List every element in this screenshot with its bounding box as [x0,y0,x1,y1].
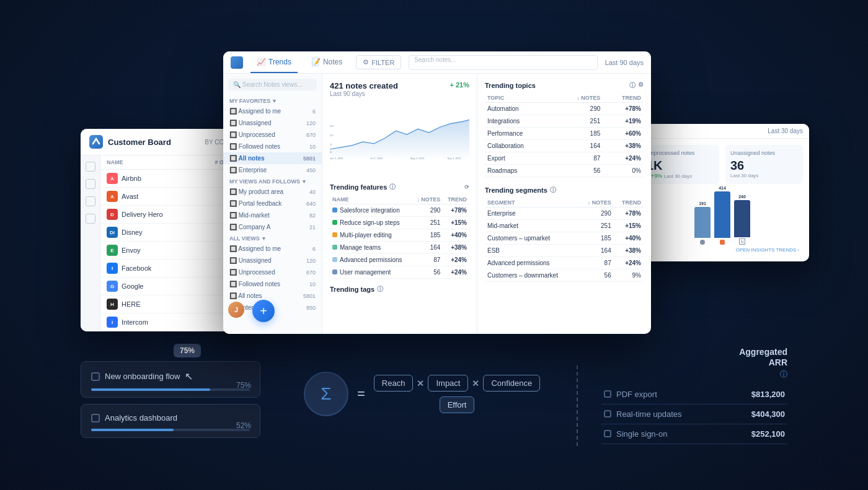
trending-segments-title: Trending segments ⓘ [485,186,644,195]
trending-tags-section: Trending tags ⓘ [330,285,469,294]
trending-segments-section: Trending segments ⓘ SEGMENT ↓ NOTES TREN… [485,186,644,282]
table-row[interactable]: ESB 164 +38% [485,245,644,257]
tab-trends[interactable]: 📈 Trends [250,51,298,73]
filter-icon: ⚙ [363,58,369,66]
table-row[interactable]: Collaboration 164 +38% [485,140,644,152]
notes-search-input[interactable]: Search notes... [409,55,597,70]
unassigned-notes-card: Unassigned notes 36 Last 30 days [725,145,803,184]
card-checkbox[interactable] [91,414,100,422]
segment-name: Mid-market [485,220,578,232]
bar-group-3: 240 N [734,195,750,245]
sidebar-item-enterprise-fav[interactable]: 🔲 Enterprise450 [223,164,322,176]
table-row[interactable]: Multi-player editing 185 +40% [330,229,469,242]
trending-topics-title: Trending topics ⓘ ⚙ [485,81,644,90]
chart-link-row: OPEN INSIGHTS TRENDS › [642,247,803,255]
table-row[interactable]: Customers – downmarket 56 9% [485,269,644,282]
feature-trend: +38% [443,242,469,254]
col-name: NAME [330,195,412,204]
chart-title: 421 notes created [330,81,398,90]
sidebar-item-all-unprocessed[interactable]: 🔲 Unprocessed670 [223,266,322,278]
sidebar-item-all-assigned[interactable]: 🔲 Assigned to me6 [223,243,322,255]
table-row[interactable]: Advanced permissions 87 +24% [485,257,644,269]
app-logo [89,135,103,149]
arr-row-label: Single sign-on [601,424,728,444]
table-row[interactable]: Mid-market 251 +15% [485,220,644,232]
tab-notes[interactable]: 📝 Notes [305,51,348,73]
col-topic: TOPIC [485,94,555,103]
table-row[interactable]: Performance 185 +60% [485,128,644,140]
col-trend: TREND [603,94,644,103]
svg-text:Jul 1, 2021: Jul 1, 2021 [370,157,383,160]
tag-confidence[interactable]: Confidence [483,375,540,392]
nav-icon-2[interactable] [86,179,95,189]
arr-divider [577,365,578,446]
right-window-topbar: Last 30 days [636,124,809,139]
info-button[interactable]: ⓘ [629,81,636,90]
sidebar-item-followed[interactable]: 🔲 Followed notes10 [223,141,322,152]
progress-bar-bg [91,388,250,391]
arr-row: PDF export $813,200 [601,385,787,405]
segment-notes: 290 [578,208,614,220]
col-trend: TREND [614,198,644,208]
feature-trend: +78% [443,204,469,217]
refresh-icon[interactable]: ⟳ [464,184,469,190]
trends-icon: 📈 [257,58,266,66]
sidebar-item-all-allnotes[interactable]: 🔲 All notes5801 [223,290,322,302]
segment-notes: 185 [578,232,614,245]
unprocessed-value: 1K [647,159,714,173]
topic-notes: 251 [555,115,603,128]
company-icon: A [107,173,118,184]
sidebar-item-all-unassigned[interactable]: 🔲 Unassigned120 [223,255,322,266]
table-row[interactable]: Customers – upmarket 185 +40% [485,232,644,245]
remove-impact[interactable]: ✕ [472,378,479,388]
sidebar-item-all-followed[interactable]: 🔲 Followed notes10 [223,278,322,290]
table-row[interactable]: Automation 290 +78% [485,103,644,115]
fab-button[interactable]: + [252,300,275,322]
table-row[interactable]: Reduce sign-up steps 251 +15% [330,217,469,229]
tag-impact[interactable]: Impact [428,375,468,392]
nav-icon-4[interactable] [86,214,95,224]
unprocessed-change: ↑ +9% Last 30 days [647,173,714,179]
sidebar-item-company-a[interactable]: 🔲 Company A21 [223,221,322,233]
table-row[interactable]: Integrations 251 +19% [485,115,644,128]
remove-reach[interactable]: ✕ [417,378,424,388]
sidebar-search[interactable]: 🔍 Search Notes views... [228,79,317,90]
cursor-icon: ↖ [185,370,193,382]
sidebar-item-mid-market[interactable]: 🔲 Mid-market82 [223,209,322,221]
arr-header: AggregatedARR ⓘ [601,347,787,380]
table-row[interactable]: Manage teams 164 +38% [330,242,469,254]
nav-icon-3[interactable] [86,196,95,206]
progress-tooltip: 75% [174,344,201,357]
formula-bottom-row: Effort [374,396,540,413]
trending-features-title: Trending features ⓘ ⟳ [330,183,469,191]
sidebar-item-unassigned[interactable]: 🔲 Unassigned120 [223,117,322,129]
nav-icon-1[interactable] [86,162,95,172]
segment-trend: 9% [614,269,644,282]
open-insights-link[interactable]: OPEN INSIGHTS TRENDS [736,247,797,253]
svg-text:160: 160 [330,125,334,128]
settings-button[interactable]: ⚙ [638,81,644,90]
sidebar-item-assigned[interactable]: 🔲 Assigned to me6 [223,105,322,117]
bar-icon-2 [720,240,725,245]
chart-subtitle: Last 90 days [330,90,398,97]
sidebar-item-unprocessed[interactable]: 🔲 Unprocessed670 [223,129,322,141]
segment-notes: 251 [578,220,614,232]
tag-reach[interactable]: Reach [374,375,414,392]
arr-row-value: $813,200 [728,385,787,405]
tag-effort[interactable]: Effort [440,396,475,413]
table-row[interactable]: Export 87 +24% [485,152,644,165]
table-row[interactable]: Roadmaps 56 0% [485,165,644,177]
sidebar-item-product-area[interactable]: 🔲 My product area40 [223,186,322,198]
table-row[interactable]: Salesforce integration 290 +78% [330,204,469,217]
company-name: Airbnb [122,175,237,182]
col-segment: SEGMENT [485,198,578,208]
progress-card-analytics: Analytics dashboard 52% [81,404,260,438]
col-trend: TREND [443,195,469,204]
table-row[interactable]: Enterprise 290 +78% [485,208,644,220]
filter-button[interactable]: ⚙ FILTER [356,55,401,69]
table-row[interactable]: User management 56 +24% [330,266,469,279]
sidebar-item-portal-feedback[interactable]: 🔲 Portal feedback640 [223,198,322,209]
table-row[interactable]: Advanced permissions 87 +24% [330,254,469,266]
sidebar-item-all-notes[interactable]: 🔲 All notes5801 [223,152,322,164]
card-checkbox[interactable] [91,372,100,381]
